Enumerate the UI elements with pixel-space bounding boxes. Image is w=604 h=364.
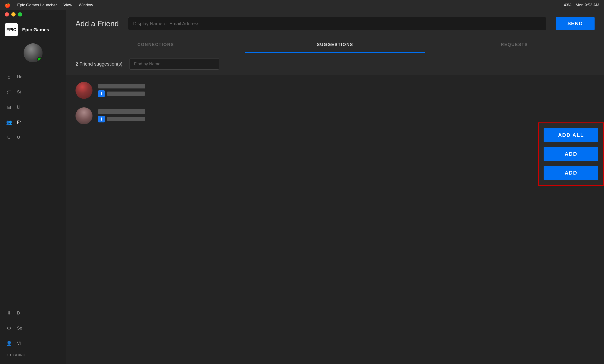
sidebar-item-profile[interactable]: 👤 Vi [0, 336, 66, 351]
clock: Mon 9:53 AM [576, 3, 599, 8]
home-label: Ho [17, 75, 22, 79]
epic-logo-icon: EPIC [5, 23, 18, 36]
tab-requests[interactable]: REQUESTS [425, 37, 604, 53]
friend-meta-1: f [98, 90, 595, 97]
add-button-2[interactable]: ADD [544, 166, 598, 180]
tab-connections[interactable]: CONNECTIONS [66, 37, 245, 53]
dialog-content: 2 Friend suggestion(s) f [66, 53, 604, 364]
suggestions-count: 2 Friend suggestion(s) [76, 61, 123, 67]
friend-meta-2: f [98, 116, 595, 122]
library-label: Li [17, 105, 20, 110]
download-icon: ⬇ [6, 310, 12, 316]
settings-icon: ⚙ [6, 325, 12, 331]
sidebar-item-store[interactable]: 🏷 St [0, 85, 66, 100]
send-button[interactable]: SEND [556, 17, 595, 30]
avatar [76, 82, 92, 99]
suggestions-toolbar: 2 Friend suggestion(s) [66, 53, 604, 75]
friend-sub-1 [107, 91, 145, 96]
friend-name-input[interactable] [128, 17, 546, 30]
dialog-header: Add a Friend SEND [66, 10, 604, 37]
friends-label: Fr [17, 120, 21, 125]
user-area [0, 41, 66, 67]
download-label: D [17, 311, 20, 316]
profile-label: Vi [17, 341, 21, 346]
tab-suggestions[interactable]: SUGGESTIONS [245, 37, 425, 53]
epic-logo-text: Epic Games [22, 27, 49, 33]
menubar-left: 🍎 Epic Games Launcher View Window [5, 2, 93, 8]
profile-icon: 👤 [6, 340, 12, 347]
avatar [24, 43, 42, 62]
sidebar-item-download[interactable]: ⬇ D [0, 305, 66, 321]
friends-icon: 👥 [6, 119, 12, 126]
minimize-button[interactable] [11, 12, 16, 16]
traffic-lights [0, 10, 66, 18]
list-item: f [66, 103, 604, 129]
sidebar-item-unreal[interactable]: U U [0, 130, 66, 145]
avatar-image-1 [76, 82, 92, 99]
settings-label: Se [17, 326, 22, 331]
sidebar-item-settings[interactable]: ⚙ Se [0, 321, 66, 336]
nav-items: ⌂ Ho 🏷 St ⊞ Li 👥 Fr U U [0, 67, 66, 303]
apple-menu[interactable]: 🍎 [5, 2, 11, 8]
store-icon: 🏷 [6, 89, 12, 95]
battery-status: 43% [564, 3, 571, 7]
facebook-icon-1: f [98, 90, 105, 97]
friend-list: f f ADD AL [66, 75, 604, 364]
sidebar-item-library[interactable]: ⊞ Li [0, 100, 66, 115]
menubar-right: 43% Mon 9:53 AM [564, 3, 599, 8]
menubar: 🍎 Epic Games Launcher View Window 43% Mo… [0, 0, 604, 10]
add-button-1[interactable]: ADD [544, 147, 598, 161]
unreal-icon: U [6, 134, 12, 141]
tab-bar: CONNECTIONS SUGGESTIONS REQUESTS [66, 37, 604, 53]
friend-info-2: f [98, 109, 595, 122]
list-item: f [66, 78, 604, 103]
friend-info-1: f [98, 84, 595, 97]
sidebar-item-home[interactable]: ⌂ Ho [0, 69, 66, 85]
add-all-button[interactable]: ADD ALL [544, 128, 598, 142]
friend-name-2 [98, 109, 145, 114]
library-icon: ⊞ [6, 104, 12, 110]
sidebar-item-friends[interactable]: 👥 Fr [0, 115, 66, 130]
window-menu[interactable]: Window [79, 3, 93, 8]
view-menu[interactable]: View [63, 3, 72, 8]
action-panel: ADD ALL ADD ADD [538, 122, 604, 186]
app-name-menu[interactable]: Epic Games Launcher [17, 3, 57, 8]
store-label: St [17, 90, 21, 95]
friend-sub-2 [107, 117, 145, 121]
main-dialog: Add a Friend SEND CONNECTIONS SUGGESTION… [66, 10, 604, 364]
dialog-title: Add a Friend [76, 19, 119, 28]
find-by-name-input[interactable] [129, 58, 219, 70]
avatar-image-2 [76, 107, 92, 124]
sidebar: EPIC Epic Games ⌂ Ho 🏷 St ⊞ Li 👥 Fr U U [0, 10, 66, 364]
nav-bottom: ⬇ D ⚙ Se 👤 Vi OUTGOING [0, 303, 66, 364]
close-button[interactable] [5, 12, 9, 16]
friend-name-1 [98, 84, 145, 88]
facebook-icon-2: f [98, 116, 105, 122]
unreal-label: U [17, 135, 20, 140]
avatar [76, 107, 92, 124]
outgoing-label: OUTGOING [0, 351, 66, 359]
maximize-button[interactable] [18, 12, 22, 16]
epic-logo: EPIC Epic Games [0, 18, 66, 41]
home-icon: ⌂ [6, 74, 12, 80]
online-indicator [37, 57, 41, 61]
